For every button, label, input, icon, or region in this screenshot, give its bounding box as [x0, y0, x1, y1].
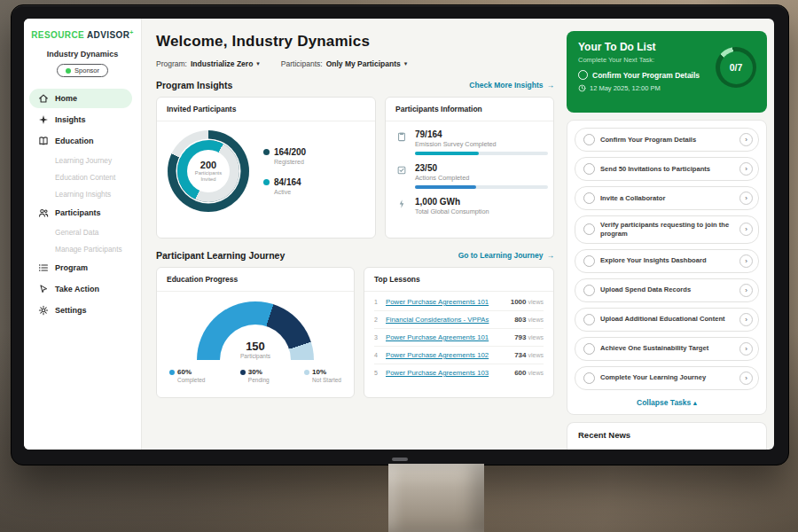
sidebar-item-label: Manage Participants [55, 245, 122, 254]
program-icon [38, 262, 49, 273]
task-label: Upload Additional Educational Content [600, 315, 734, 324]
sidebar-item-participants[interactable]: Participants [29, 203, 132, 223]
task-item[interactable]: Upload Spend Data Records › [575, 278, 759, 302]
clock-icon [578, 84, 586, 92]
program-insights-header: Program Insights Check More Insights → [156, 80, 554, 90]
lesson-link[interactable]: Power Purchase Agreements 102 [386, 351, 489, 359]
task-checkbox[interactable] [583, 314, 595, 325]
lesson-views-unit: views [528, 317, 544, 323]
sidebar-item-program[interactable]: Program [29, 258, 132, 278]
lesson-views: 734 [514, 351, 526, 359]
learning-cards-row: Education Progress 150 Participants [156, 267, 554, 398]
task-checkbox[interactable] [583, 285, 595, 296]
legend-dot [263, 179, 270, 185]
sidebar-item-education[interactable]: Education [29, 131, 132, 151]
lesson-link[interactable]: Power Purchase Agreements 101 [386, 333, 489, 341]
sidebar-item-learning-journey[interactable]: Learning Journey [24, 153, 141, 168]
task-checkbox[interactable] [583, 134, 595, 145]
sidebar-item-label: Learning Insights [55, 190, 111, 199]
task-item[interactable]: Upload Additional Educational Content › [575, 308, 759, 332]
chevron-right-icon[interactable]: › [739, 133, 753, 146]
sidebar-item-home[interactable]: Home [29, 89, 132, 108]
sidebar-item-manage-participants[interactable]: Manage Participants [24, 241, 141, 257]
gauge-label: Participants [197, 353, 314, 359]
lesson-rank: 5 [374, 370, 386, 376]
task-item[interactable]: Complete Your Learning Journey › [575, 366, 759, 390]
progress-bar-fill [415, 152, 479, 155]
completed-pct: 60% [177, 368, 192, 376]
sidebar-item-learning-insights[interactable]: Learning Insights [24, 186, 141, 202]
sidebar-nav: Home Insights Education Learning Journey [24, 89, 141, 320]
task-checkbox[interactable] [583, 372, 595, 384]
settings-icon [38, 305, 49, 316]
sidebar-item-education-content[interactable]: Education Content [24, 169, 141, 185]
collapse-tasks-button[interactable]: Collapse Tasks ▴ [575, 395, 759, 412]
lesson-link[interactable]: Power Purchase Agreements 103 [386, 369, 489, 377]
sidebar-item-insights[interactable]: Insights [29, 110, 132, 129]
sidebar-item-label: Learning Journey [55, 156, 112, 165]
program-filter[interactable]: Program: Industrialize Zero ▾ [156, 59, 260, 68]
lesson-link[interactable]: Financial Considerations - VPPAs [386, 316, 489, 324]
chevron-right-icon[interactable]: › [739, 342, 753, 356]
go-to-learning-journey-link[interactable]: Go to Learning Journey → [458, 251, 554, 260]
chevron-right-icon[interactable]: › [739, 254, 753, 268]
lesson-link[interactable]: Power Purchase Agreements 101 [386, 298, 489, 306]
task-item[interactable]: Verify participants requesting to join t… [575, 215, 759, 244]
education-card-title: Education Progress [157, 268, 354, 292]
task-checkbox[interactable] [583, 255, 595, 267]
task-label: Invite a Collaborator [600, 194, 734, 203]
actions-icon [396, 163, 408, 189]
program-filter-value: Industrialize Zero [191, 59, 253, 68]
task-item[interactable]: Explore Your Insights Dashboard › [575, 249, 759, 273]
monitor-brand-mark [392, 458, 408, 461]
sponsor-badge: Sponsor [57, 64, 108, 77]
task-label: Upload Spend Data Records [600, 286, 734, 294]
lesson-rank: 2 [374, 317, 386, 323]
legend-dot [304, 370, 309, 375]
task-checkbox[interactable] [583, 223, 595, 235]
participants-filter-value: Only My Participants [326, 59, 401, 68]
participants-information-card: Participants Information 79/164 Emission… [385, 97, 554, 239]
not-started-label: Not Started [312, 377, 341, 383]
todo-panel: Your To Do List Complete Your Next Task:… [565, 19, 774, 450]
chevron-right-icon[interactable]: › [739, 162, 753, 176]
task-item[interactable]: Invite a Collaborator › [575, 186, 759, 210]
task-label: Explore Your Insights Dashboard [600, 256, 734, 265]
survey-icon [396, 129, 408, 155]
chevron-right-icon[interactable]: › [739, 192, 753, 205]
lesson-rank: 1 [374, 299, 386, 305]
task-item[interactable]: Achieve One Sustainability Target › [575, 337, 759, 361]
education-legend: 60% Completed 30% Pending [157, 360, 354, 383]
chevron-right-icon[interactable]: › [739, 284, 753, 297]
task-item[interactable]: Send 50 Invitations to Participants › [575, 157, 759, 181]
sidebar-item-general-data[interactable]: General Data [24, 224, 141, 240]
chevron-right-icon[interactable]: › [739, 313, 753, 326]
education-progress-card: Education Progress 150 Participants [156, 267, 355, 398]
invited-donut-outer: 200 Participants Invited [168, 130, 249, 212]
checkbox-icon[interactable] [578, 70, 588, 80]
sidebar-item-settings[interactable]: Settings [29, 301, 132, 320]
recent-news-title: Recent News [578, 430, 630, 440]
lesson-views: 793 [514, 333, 526, 341]
brand-advisor: ADVISOR [87, 30, 129, 40]
chevron-right-icon[interactable]: › [739, 223, 753, 236]
sidebar-item-label: Participants [55, 208, 101, 217]
lesson-row: 1 Power Purchase Agreements 101 1000view… [374, 293, 544, 311]
lesson-views: 1000 [511, 298, 527, 306]
chevron-down-icon: ▾ [256, 60, 260, 67]
info-row-consumption: 1,000 GWh Total Global Consumption [396, 197, 543, 215]
lesson-views: 600 [514, 369, 526, 377]
sidebar-item-take-action[interactable]: Take Action [29, 279, 132, 299]
participants-filter[interactable]: Participants: Only My Participants ▾ [281, 59, 407, 68]
completed-label: Completed [177, 377, 205, 383]
check-more-insights-link[interactable]: Check More Insights → [469, 81, 554, 90]
progress-bar-fill [415, 185, 476, 189]
task-checkbox[interactable] [583, 192, 595, 204]
task-checkbox[interactable] [583, 163, 595, 175]
chevron-right-icon[interactable]: › [739, 372, 753, 385]
sidebar-item-label: Education [55, 137, 94, 145]
task-checkbox[interactable] [583, 343, 595, 355]
task-item[interactable]: Confirm Your Program Details › [575, 128, 759, 152]
invited-participants-card: Invited Participants 200 Participants In… [156, 97, 376, 239]
info-label: Actions Completed [415, 174, 548, 182]
